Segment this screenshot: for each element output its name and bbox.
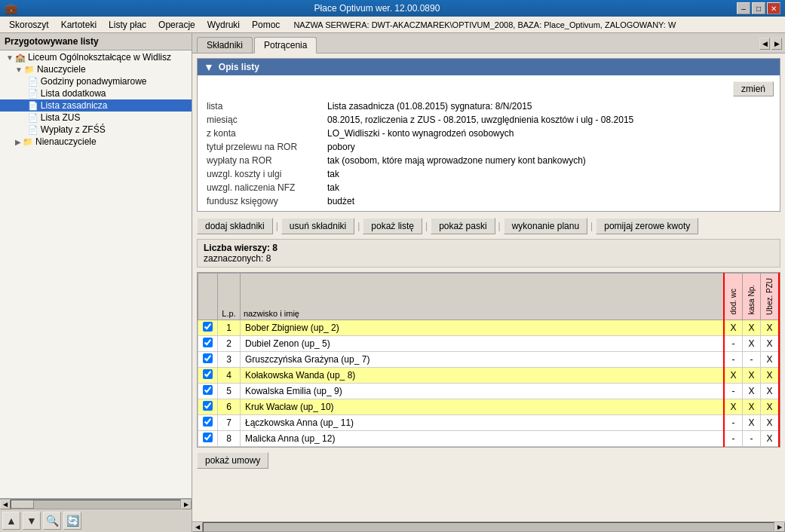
- row-ubez-8: X: [761, 430, 780, 446]
- btn-sep-1: |: [276, 221, 278, 231]
- pomijaj-zerowe-btn[interactable]: pomijaj zerowe kwoty: [596, 218, 698, 234]
- row-ubez-6: X: [761, 399, 780, 414]
- sidebar-item-nienauczyciele[interactable]: ▶ 📁 Nienauczyciele: [0, 136, 192, 148]
- sidebar-btn-search[interactable]: 🔍: [43, 512, 61, 530]
- row-checkbox-4[interactable]: [203, 369, 213, 379]
- menu-kartoteki[interactable]: Kartoteki: [55, 18, 103, 32]
- minimize-button[interactable]: –: [737, 2, 750, 14]
- row-ubez-2: X: [761, 335, 780, 351]
- pokaz-umowy-btn[interactable]: pokaż umowy: [197, 452, 268, 469]
- pokaz-paski-btn[interactable]: pokaż paski: [431, 218, 495, 234]
- col-kasa-label: kasa Np.: [746, 282, 757, 317]
- row-kasa-8: -: [743, 430, 761, 446]
- menu-wydruki[interactable]: Wydruki: [201, 18, 246, 32]
- wykonanie-planu-btn[interactable]: wykonanie planu: [504, 218, 587, 234]
- row-checkbox-1[interactable]: [203, 322, 213, 332]
- app-title: Płace Optivum wer. 12.00.0890: [17, 3, 737, 14]
- row-lp-8: 8: [218, 430, 241, 446]
- opis-value-wyplaty: tak (osobom, które mają wprowadzone nume…: [321, 154, 777, 167]
- row-checkbox-3[interactable]: [203, 353, 213, 363]
- sidebar-bottom: ◀ ▶ ▲ ▼ 🔍 🔄: [0, 498, 192, 532]
- row-checkbox-cell[interactable]: [198, 383, 218, 399]
- row-kasa-1: X: [743, 320, 761, 335]
- menu-pomoc[interactable]: Pomoc: [246, 18, 286, 32]
- row-kasa-4: X: [743, 367, 761, 383]
- close-button[interactable]: ✕: [767, 2, 780, 14]
- row-dod-1: X: [724, 320, 743, 335]
- h-scrollbar: ◀ ▶: [192, 521, 785, 532]
- tab-nav-left[interactable]: ◀: [759, 38, 770, 50]
- pokaz-liste-btn[interactable]: pokaż listę: [363, 218, 422, 234]
- doc-icon-lista-zus: 📄: [28, 113, 38, 123]
- row-checkbox-cell[interactable]: [198, 399, 218, 414]
- menu-operacje[interactable]: Operacje: [152, 18, 201, 32]
- col-header-name: nazwisko i imię: [241, 274, 725, 320]
- btn-sep-4: |: [498, 221, 501, 231]
- row-name-7: Łączkowska Anna (up_ 11): [241, 414, 725, 430]
- dodaj-skladniki-btn[interactable]: dodaj składniki: [197, 218, 273, 234]
- maximize-button[interactable]: □: [752, 2, 765, 14]
- h-scroll-left-btn[interactable]: ◀: [192, 522, 203, 532]
- row-ubez-1: X: [761, 320, 780, 335]
- row-ubez-5: X: [761, 383, 780, 399]
- sidebar-btn-refresh[interactable]: 🔄: [63, 512, 81, 530]
- folder-icon-nauczyciele: 📁: [24, 65, 35, 75]
- sidebar-item-nauczyciele[interactable]: ▼ 📁 Nauczyciele: [0, 63, 192, 75]
- row-checkbox-cell[interactable]: [198, 414, 218, 430]
- tab-nav: ◀ ▶: [759, 38, 782, 50]
- sidebar-item-label-nauczyciele: Nauczyciele: [37, 64, 86, 75]
- row-checkbox-cell[interactable]: [198, 335, 218, 351]
- sidebar-item-lista-zus[interactable]: 📄 Lista ZUS: [0, 112, 192, 124]
- row-checkbox-2[interactable]: [203, 338, 213, 347]
- row-kasa-7: X: [743, 414, 761, 430]
- expand-icon-godziny: [24, 78, 26, 86]
- table-row: 4 Kołakowska Wanda (up_ 8) X X X: [198, 367, 780, 383]
- sidebar-scroll-right[interactable]: ▶: [181, 500, 192, 509]
- sidebar-scroll-left[interactable]: ◀: [0, 500, 11, 509]
- opis-label-wyplaty: wypłaty na ROR: [201, 154, 321, 167]
- h-scroll-track: [203, 522, 774, 532]
- row-checkbox-5[interactable]: [203, 385, 213, 395]
- h-scroll-right-btn[interactable]: ▶: [774, 522, 785, 532]
- col-header-kasa: kasa Np.: [743, 274, 761, 320]
- table-row: 2 Dubiel Zenon (up_ 5) - X X: [198, 335, 780, 351]
- sidebar-item-wyplaty-zfss[interactable]: 📄 Wypłaty z ZFŚŚ: [0, 124, 192, 136]
- row-kasa-5: X: [743, 383, 761, 399]
- opis-label-koszty: uwzgl. koszty i ulgi: [201, 167, 321, 181]
- row-checkbox-cell[interactable]: [198, 320, 218, 335]
- row-checkbox-7[interactable]: [203, 417, 213, 427]
- collapse-icon[interactable]: ▼: [204, 61, 214, 73]
- sidebar-item-godziny[interactable]: 📄 Godziny ponadwymiarowe: [0, 75, 192, 87]
- content-area: Składniki Potrącenia ◀ ▶ ▼ Opis listy zm…: [192, 33, 785, 532]
- row-lp-6: 6: [218, 399, 241, 414]
- tab-skladniki[interactable]: Składniki: [197, 37, 253, 53]
- row-checkbox-cell[interactable]: [198, 430, 218, 446]
- liczba-wierszy: Liczba wierszy: 8: [204, 243, 774, 253]
- expand-icon-liceum: ▼: [6, 54, 14, 62]
- sidebar-item-lista-zasadnicza[interactable]: 📄 Lista zasadnicza: [0, 99, 192, 112]
- menu-listy-plac[interactable]: Listy płac: [103, 18, 152, 32]
- row-checkbox-cell[interactable]: [198, 367, 218, 383]
- sidebar-item-lista-dodatkowa[interactable]: 📄 Lista dodatkowa: [0, 87, 192, 99]
- row-checkbox-8[interactable]: [203, 433, 213, 442]
- opis-row-nfz: uwzgl. naliczenia NFZ tak: [201, 181, 777, 194]
- sidebar-btn-down[interactable]: ▼: [23, 512, 41, 530]
- sidebar-btn-up[interactable]: ▲: [2, 512, 20, 530]
- row-dod-2: -: [724, 335, 743, 351]
- sidebar-item-label-godziny: Godziny ponadwymiarowe: [41, 76, 147, 87]
- btn-sep-3: |: [425, 221, 428, 231]
- usun-skladniki-btn[interactable]: usuń składniki: [281, 218, 354, 234]
- menu-skoroszyt[interactable]: Skoroszyt: [3, 18, 55, 32]
- tab-nav-right[interactable]: ▶: [771, 38, 782, 50]
- expand-icon-nauczyciele: ▼: [15, 66, 23, 74]
- tab-potracenia[interactable]: Potrącenia: [254, 37, 317, 54]
- row-checkbox-6[interactable]: [203, 401, 213, 411]
- sidebar-hscroll-thumb: [11, 500, 34, 509]
- col-dod-label: dod. wc: [728, 286, 739, 317]
- sidebar-item-liceum[interactable]: ▼ 🏫 Liceum Ogólnokształcące w Widlisz: [0, 51, 192, 63]
- table-row: 3 Gruszczyńska Grażyna (up_ 7) - - X: [198, 351, 780, 367]
- doc-icon-godziny: 📄: [28, 77, 38, 87]
- row-ubez-7: X: [761, 414, 780, 430]
- row-checkbox-cell[interactable]: [198, 351, 218, 367]
- zmien-button[interactable]: zmień: [733, 81, 774, 96]
